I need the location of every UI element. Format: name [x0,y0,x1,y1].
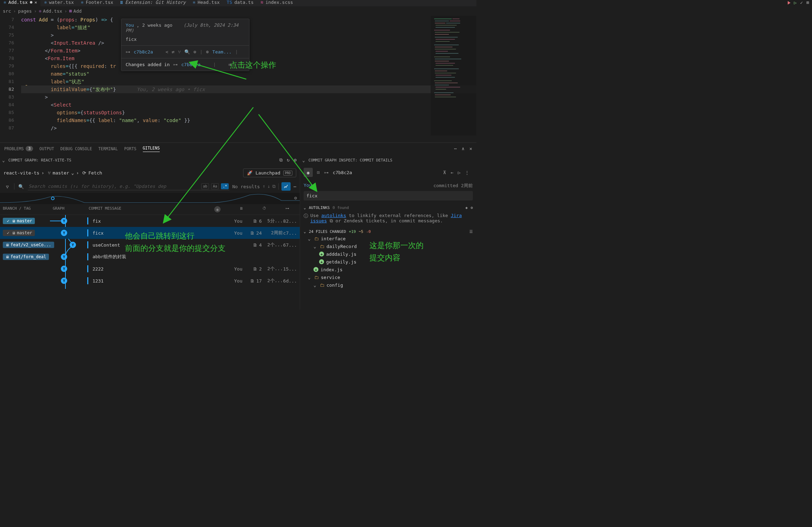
hover-hash-link[interactable]: c7b8c2a [134,49,153,55]
commit-row[interactable]: ✓🖥masterYficxYou🗎242周前c7... [0,227,300,239]
launchpad-button[interactable]: 🚀 Launchpad PRO [243,169,296,177]
back-icon[interactable]: ← [451,170,453,175]
more-icon[interactable]: ⋯ [454,146,457,151]
tree-folder[interactable]: ⌄🗀service [304,273,473,281]
inspect-view-alt[interactable]: ⊡ [317,170,320,175]
editor-tab[interactable]: ⚛Footer.tsx [77,0,117,6]
popout-icon[interactable]: ⧉ [330,218,333,223]
files-col-icon[interactable]: 🗎 [240,206,243,212]
gear-icon[interactable]: ⚙ [470,205,473,210]
nav-prev-icon[interactable]: < [165,49,168,55]
editor-tab[interactable]: ⚛Add.tsx× [0,0,40,6]
inspect-committer[interactable]: You [304,183,312,189]
autolinks-link[interactable]: autolinks [321,213,346,218]
popout-icon[interactable]: ⧉ [279,157,283,163]
graph-node[interactable]: Y [61,254,67,260]
code-line[interactable]: options={statusOptions} [21,109,476,116]
search-icon[interactable]: 🔍 [184,49,190,55]
editor-tab[interactable]: ⚛water.tsx [40,0,77,6]
compare-icon[interactable]: ⇄ [172,49,175,55]
team-link[interactable]: Team... [212,49,232,55]
date-col-icon[interactable]: ⏱ [262,206,266,212]
editor-tab[interactable]: ⚛Head.tsx [189,0,223,6]
chevron-icon[interactable]: ⌄ [308,236,312,241]
gear-icon[interactable]: ⚙ [294,157,297,163]
timeline-marker[interactable] [51,197,55,200]
add-icon[interactable]: ◈ [465,205,468,210]
team-icon[interactable]: ⊕ [206,49,209,55]
code-line[interactable]: <Select [21,101,476,109]
next-match-icon[interactable]: ↓ [267,184,270,189]
terminal-icon[interactable]: ▷ [458,170,461,175]
breadcrumb-item[interactable]: ⊞Add [69,8,82,14]
panel-tab[interactable]: DEBUG CONSOLE [61,146,92,151]
code-editor[interactable]: 77475767778798081828384858687 const Add … [0,16,476,142]
match-all-chip[interactable]: ab [201,183,209,189]
branch-chip[interactable]: 🖥feat/form_deal [3,254,49,260]
chevron-up-icon[interactable]: ∧ [462,146,464,151]
chevron-icon[interactable]: ⌄ [313,244,318,249]
code-line[interactable]: label="状态" [21,78,476,85]
hash-col-icon[interactable]: ⊶ [285,206,289,212]
branch-chip[interactable]: ✓🖥master [3,230,35,236]
chevron-down-icon[interactable]: ⌄ [300,158,305,163]
match-case-chip[interactable]: Aa [211,183,219,189]
more-icon[interactable]: ⋯ [293,184,296,189]
search-icon[interactable]: 🔍 [17,183,25,190]
tree-file[interactable]: +adddaily.js [304,250,473,258]
more-icon[interactable]: ⋮ [465,170,469,175]
branch-chip[interactable]: 🖥feat/v2_useCo... [3,242,54,248]
filter-icon[interactable]: ▽ [4,183,11,190]
commit-row[interactable]: 🖥feat/v2_useCo...YuseContent🗎42个...67... [0,239,300,251]
inspect-hash-link[interactable]: c7b8c2a [333,170,352,175]
popout-icon[interactable]: ⧉ [272,184,275,189]
graph-icon[interactable]: ⊚ [194,49,196,55]
code-line[interactable]: name="status" [21,70,476,78]
layout-icon[interactable]: ☰ [469,229,473,234]
graph-node[interactable]: Y [61,266,67,272]
breadcrumb-item[interactable]: pages [18,8,32,14]
fetch-button[interactable]: ⟳ Fetch [82,170,102,176]
chevron-icon[interactable]: ⌄ [313,282,318,288]
panel-tab[interactable]: TERMINAL [99,146,118,151]
tree-file[interactable]: +index.js [304,266,473,273]
hover-footer-hash[interactable]: c7b8c2a [181,62,201,67]
close-icon[interactable]: ✕ [469,146,472,151]
tree-folder[interactable]: ⌄🗀interface [304,235,473,242]
editor-tab[interactable]: TSdata.ts [223,0,257,6]
pin-icon[interactable]: ⊼ [443,170,446,175]
regex-chip[interactable]: .* [221,183,229,189]
gear-icon[interactable]: ⚙ [294,195,297,201]
branch-chip[interactable]: ✓🖥master [3,218,35,224]
breadcrumb-item[interactable]: src [3,8,11,14]
chevron-down-icon[interactable]: ⌄ [0,158,5,163]
search-input[interactable] [28,184,199,189]
close-tab-icon[interactable]: × [34,0,37,5]
chevron-icon[interactable]: ⌄ [308,275,312,280]
code-line[interactable]: > [21,93,476,101]
graph-node[interactable]: Y [61,218,67,224]
graph-node[interactable]: Y [70,242,76,248]
diff-icon[interactable]: ⇉ [228,62,231,67]
commit-row[interactable]: 🖥feat/form_dealYabbr组件的封装 [0,251,300,263]
inspect-view-commit[interactable]: ◉ [304,168,313,177]
search-box[interactable]: ab Aa .* [28,183,229,190]
commit-icon[interactable]: ⊶ [126,49,130,55]
tree-folder[interactable]: ⌄🗀config [304,281,473,289]
breadcrumb-item[interactable]: ⚛Add.tsx [39,8,62,14]
tree-file[interactable]: +getdaily.js [304,258,473,266]
branch-icon[interactable]: ⑂ [178,49,181,55]
repo-selector[interactable]: react-vite-ts › [4,170,44,176]
chevron-down-icon[interactable]: ⌄ [304,205,306,210]
minimap[interactable] [431,16,476,135]
tree-folder[interactable]: ⌄🗀dailyRecord [304,242,473,250]
code-line[interactable]: /> [21,124,476,132]
code-line[interactable]: fieldNames={{ label: "name", value: "cod… [21,116,476,124]
editor-tab[interactable]: ≣Extension: Git History [117,0,189,6]
editor-tab[interactable]: ≋index.scss [257,0,297,6]
code-line[interactable]: initialValue={"发布中"} You, 2 weeks ago • … [21,85,476,93]
timeline[interactable]: ⚙ [0,193,300,204]
panel-tab[interactable]: GITLENS [143,146,160,152]
chevron-down-icon[interactable]: ⌄ [304,229,306,234]
panel-tab[interactable]: PORTS [124,146,137,151]
